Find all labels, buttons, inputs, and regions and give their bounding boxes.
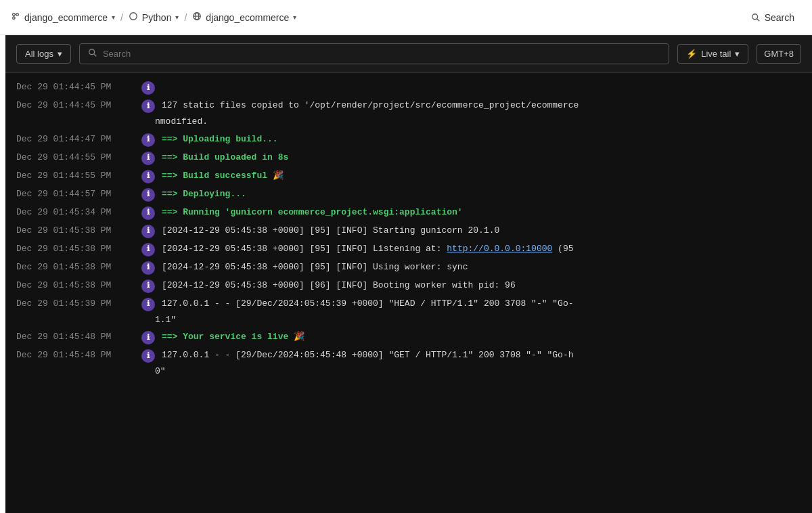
- log-row: Dec 29 01:44:57 PMℹ==> Deploying...: [5, 185, 812, 204]
- log-level-icon: ℹ: [141, 99, 155, 113]
- breadcrumb-project-chevron: ▾: [293, 14, 296, 21]
- log-row-continuation: nmodified.: [5, 115, 812, 131]
- log-row-continuation: 0": [5, 365, 812, 380]
- log-level-icon: ℹ: [141, 298, 155, 311]
- log-row-continuation: 1.1": [5, 313, 812, 329]
- log-timestamp: Dec 29 01:45:39 PM: [16, 297, 135, 311]
- separator-1: /: [120, 12, 123, 23]
- log-row: Dec 29 01:45:38 PMℹ[2024-12-29 05:45:38 …: [5, 240, 812, 259]
- livetail-chevron: ▾: [735, 49, 740, 59]
- log-level-icon: ℹ: [141, 225, 155, 238]
- log-timestamp: Dec 29 01:44:47 PM: [16, 133, 135, 146]
- breadcrumb-project-label: django_ecommerce: [206, 12, 289, 23]
- log-search-icon: [88, 48, 97, 60]
- python-icon: [129, 12, 138, 23]
- log-level-icon: ℹ: [141, 170, 155, 183]
- breadcrumb-repo-chevron: ▾: [112, 14, 115, 21]
- log-row: Dec 29 01:44:55 PMℹ==> Build successful …: [5, 167, 812, 185]
- log-message: ==> Your service is live 🎉: [162, 330, 801, 344]
- log-level-icon: ℹ: [141, 206, 155, 220]
- breadcrumb-repo[interactable]: django_ecommerce ▾: [11, 12, 115, 23]
- log-message: ==> Uploading build...: [162, 133, 801, 146]
- svg-line-12: [94, 54, 97, 57]
- svg-point-5: [130, 13, 137, 20]
- log-level-icon: ℹ: [141, 152, 155, 165]
- topbar-search-label: Search: [765, 12, 794, 23]
- log-row: Dec 29 01:45:38 PMℹ[2024-12-29 05:45:38 …: [5, 277, 812, 295]
- livetail-icon: ⚡: [686, 49, 697, 59]
- topbar-search-button[interactable]: Search: [744, 8, 801, 27]
- log-message: ==> Build uploaded in 8s: [162, 151, 801, 164]
- log-message: [2024-12-29 05:45:38 +0000] [95] [INFO] …: [162, 261, 801, 274]
- breadcrumb: django_ecommerce ▾ / Python ▾ / djan: [11, 12, 739, 23]
- breadcrumb-language-chevron: ▾: [175, 14, 179, 21]
- log-timestamp: Dec 29 01:44:55 PM: [16, 169, 135, 183]
- log-timestamp: Dec 29 01:45:38 PM: [16, 279, 135, 292]
- log-message: 127 static files copied to '/opt/render/…: [162, 99, 801, 112]
- log-filter-button[interactable]: All logs ▾: [16, 44, 71, 64]
- livetail-label: Live tail: [701, 49, 731, 59]
- log-timestamp: Dec 29 01:45:48 PM: [16, 330, 135, 344]
- log-timestamp: Dec 29 01:45:48 PM: [16, 349, 135, 362]
- log-message: [2024-12-29 05:45:38 +0000] [95] [INFO] …: [162, 242, 801, 256]
- log-timestamp: Dec 29 01:45:34 PM: [16, 206, 135, 219]
- separator-2: /: [184, 12, 187, 23]
- log-message: [2024-12-29 05:45:38 +0000] [95] [INFO] …: [162, 224, 801, 238]
- globe-icon: [192, 12, 202, 23]
- log-link[interactable]: http://0.0.0.0:10000: [447, 244, 552, 254]
- log-timezone-button[interactable]: GMT+8: [757, 44, 801, 64]
- svg-line-10: [757, 18, 759, 21]
- log-livetail-button[interactable]: ⚡ Live tail ▾: [677, 44, 748, 64]
- log-row: Dec 29 01:45:39 PMℹ127.0.0.1 - - [29/Dec…: [5, 295, 812, 313]
- log-level-icon: ℹ: [141, 81, 155, 95]
- log-search-box[interactable]: [79, 43, 669, 64]
- log-timestamp: Dec 29 01:45:38 PM: [16, 261, 135, 274]
- log-timestamp: Dec 29 01:45:38 PM: [16, 242, 135, 256]
- log-search-input[interactable]: [103, 49, 660, 59]
- log-panel: All logs ▾ ⚡ Live tail ▾ GMT+8: [5, 35, 812, 513]
- main-container: All logs ▾ ⚡ Live tail ▾ GMT+8: [0, 35, 812, 513]
- log-message: ==> Build successful 🎉: [162, 169, 801, 183]
- svg-point-11: [89, 49, 95, 55]
- log-row: Dec 29 01:45:48 PMℹ127.0.0.1 - - [29/Dec…: [5, 347, 812, 365]
- breadcrumb-language[interactable]: Python ▾: [129, 12, 179, 23]
- log-timestamp: Dec 29 01:44:55 PM: [16, 151, 135, 164]
- log-message: 127.0.0.1 - - [29/Dec/2024:05:45:48 +000…: [162, 349, 801, 362]
- log-level-icon: ℹ: [141, 331, 155, 344]
- repo-icon: [11, 12, 20, 23]
- log-timestamp: Dec 29 01:44:57 PM: [16, 187, 135, 201]
- svg-point-1: [16, 14, 19, 16]
- log-level-icon: ℹ: [141, 261, 155, 275]
- svg-point-9: [752, 14, 757, 19]
- log-message: [2024-12-29 05:45:38 +0000] [96] [INFO] …: [162, 279, 801, 292]
- breadcrumb-project[interactable]: django_ecommerce ▾: [192, 12, 296, 23]
- topbar-right: Search: [744, 8, 801, 27]
- log-timestamp: Dec 29 01:44:45 PM: [16, 99, 135, 112]
- log-row: Dec 29 01:45:34 PMℹ==> Running 'gunicorn…: [5, 204, 812, 222]
- breadcrumb-language-label: Python: [142, 12, 172, 23]
- log-timestamp: Dec 29 01:45:38 PM: [16, 224, 135, 238]
- log-message: ==> Running 'gunicorn ecommerce_project.…: [162, 206, 801, 219]
- breadcrumb-repo-label: django_ecommerce: [24, 12, 108, 23]
- log-row: Dec 29 01:45:38 PMℹ[2024-12-29 05:45:38 …: [5, 259, 812, 277]
- log-message: 127.0.0.1 - - [29/Dec/2024:05:45:39 +000…: [162, 297, 801, 311]
- log-row: Dec 29 01:45:38 PMℹ[2024-12-29 05:45:38 …: [5, 222, 812, 240]
- sidebar-strip: [0, 35, 5, 513]
- log-message: ==> Deploying...: [162, 187, 801, 201]
- log-filter-label: All logs: [25, 49, 53, 59]
- log-row: Dec 29 01:44:45 PMℹ: [5, 79, 812, 97]
- log-level-icon: ℹ: [141, 280, 155, 293]
- log-level-icon: ℹ: [141, 243, 155, 256]
- log-row: Dec 29 01:44:47 PMℹ==> Uploading build..…: [5, 131, 812, 149]
- topbar: django_ecommerce ▾ / Python ▾ / djan: [0, 0, 812, 35]
- svg-point-2: [13, 17, 16, 20]
- log-level-icon: ℹ: [141, 349, 155, 363]
- log-content[interactable]: Dec 29 01:44:45 PMℹDec 29 01:44:45 PMℹ12…: [5, 73, 812, 513]
- log-level-icon: ℹ: [141, 188, 155, 202]
- log-toolbar: All logs ▾ ⚡ Live tail ▾ GMT+8: [5, 35, 812, 73]
- log-row: Dec 29 01:45:48 PMℹ==> Your service is l…: [5, 328, 812, 347]
- timezone-label: GMT+8: [764, 49, 794, 59]
- log-row: Dec 29 01:44:45 PMℹ127 static files copi…: [5, 97, 812, 115]
- log-timestamp: Dec 29 01:44:45 PM: [16, 81, 135, 94]
- log-filter-chevron: ▾: [58, 49, 62, 59]
